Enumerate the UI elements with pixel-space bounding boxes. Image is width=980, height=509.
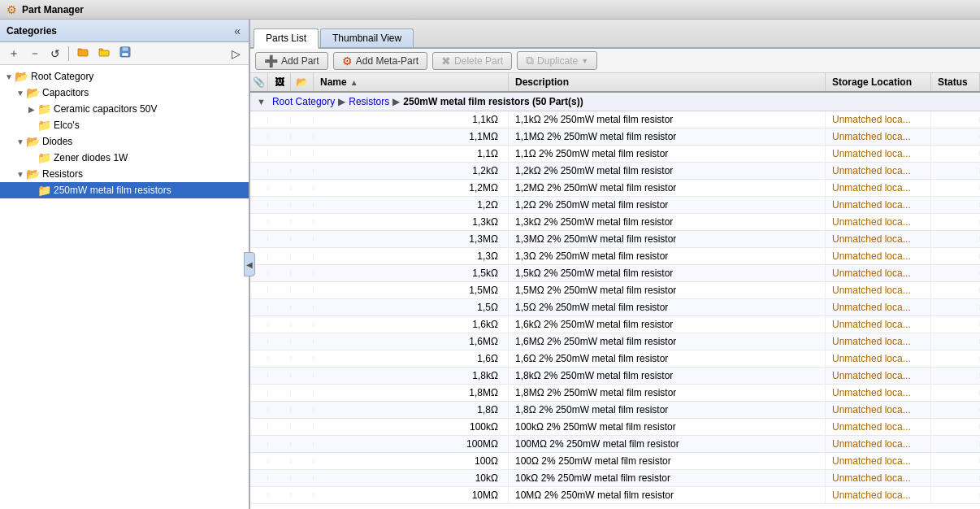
table-row[interactable]: 1,3MΩ 1,3MΩ 2% 250mW metal film resistor… bbox=[250, 231, 980, 248]
folder-icon-root: 📂 bbox=[15, 70, 28, 83]
table-row[interactable]: 1,6Ω 1,6Ω 2% 250mW metal film resistor U… bbox=[250, 350, 980, 368]
table-row[interactable]: 100MΩ 100MΩ 2% 250mW metal film resistor… bbox=[250, 436, 980, 453]
th-category[interactable]: 📂 bbox=[291, 73, 314, 91]
table-row[interactable]: 10MΩ 10MΩ 2% 250mW metal film resistor U… bbox=[250, 487, 980, 504]
table-row[interactable]: 1,6kΩ 1,6kΩ 2% 250mW metal film resistor… bbox=[250, 316, 980, 333]
table-row[interactable]: 1,2kΩ 1,2kΩ 2% 250mW metal film resistor… bbox=[250, 163, 980, 180]
th-image[interactable]: 🖼 bbox=[268, 73, 291, 91]
add-meta-part-icon: ⚙ bbox=[342, 54, 353, 67]
td-name-17: 1,8Ω bbox=[314, 402, 509, 418]
table-row[interactable]: 1,8kΩ 1,8kΩ 2% 250mW metal film resistor… bbox=[250, 368, 980, 385]
tree-toggle-capacitors[interactable]: ▼ bbox=[15, 89, 26, 98]
td-desc-21: 10kΩ 2% 250mW metal film resistor bbox=[509, 470, 826, 486]
td-image-7 bbox=[268, 237, 291, 241]
tree-item-resistors[interactable]: ▼ 📂 Resistors bbox=[0, 166, 249, 182]
tree-label-250mw: 250mW metal film resistors bbox=[54, 185, 171, 196]
tree-item-capacitors[interactable]: ▼ 📂 Capacitors bbox=[0, 85, 249, 101]
td-image-6 bbox=[268, 220, 291, 224]
td-image-2 bbox=[268, 151, 291, 156]
td-desc-13: 1,6MΩ 2% 250mW metal film resistor bbox=[509, 333, 826, 350]
table-row[interactable]: 1,3Ω 1,3Ω 2% 250mW metal film resistor U… bbox=[250, 248, 980, 265]
th-status[interactable]: Status bbox=[931, 73, 980, 91]
td-name-11: 1,5Ω bbox=[314, 299, 509, 315]
tab-thumbnail-view[interactable]: Thumbnail View bbox=[320, 28, 414, 47]
th-name[interactable]: Name ▲ bbox=[314, 73, 509, 91]
add-part-button[interactable]: ➕ Add Part bbox=[255, 52, 328, 70]
td-name-22: 10MΩ bbox=[314, 487, 509, 503]
duplicate-dropdown-arrow: ▼ bbox=[581, 57, 588, 65]
breadcrumb-sep2: ▶ bbox=[392, 96, 400, 107]
td-category-21 bbox=[291, 476, 314, 481]
delete-part-button[interactable]: ✖ Delete Part bbox=[432, 52, 512, 70]
tree-item-elcos[interactable]: 📁 Elco's bbox=[0, 117, 249, 133]
table-row[interactable]: 1,2Ω 1,2Ω 2% 250mW metal film resistor U… bbox=[250, 197, 980, 214]
td-attachment-18 bbox=[250, 424, 268, 429]
tree-label-root: Root Category bbox=[31, 71, 93, 82]
remove-category-button[interactable]: － bbox=[26, 45, 44, 63]
table-row[interactable]: 1,8Ω 1,8Ω 2% 250mW metal film resistor U… bbox=[250, 402, 980, 419]
add-part-label: Add Part bbox=[281, 55, 319, 67]
td-status-9 bbox=[931, 271, 980, 276]
table-row[interactable]: 100Ω 100Ω 2% 250mW metal film resistor U… bbox=[250, 453, 980, 470]
name-sort-arrow: ▲ bbox=[350, 78, 358, 87]
table-row[interactable]: 1,5kΩ 1,5kΩ 2% 250mW metal film resistor… bbox=[250, 265, 980, 282]
add-category-button[interactable]: ＋ bbox=[5, 45, 23, 63]
th-storage-location[interactable]: Storage Location bbox=[826, 73, 931, 91]
sidebar: Categories « ＋ － ↺ bbox=[0, 20, 250, 509]
add-meta-part-button[interactable]: ⚙ Add Meta-Part bbox=[333, 52, 427, 70]
td-category-12 bbox=[291, 322, 314, 327]
tree-item-zener[interactable]: 📁 Zener diodes 1W bbox=[0, 150, 249, 166]
td-desc-1: 1,1MΩ 2% 250mW metal film resistor bbox=[509, 128, 826, 145]
breadcrumb-sep1: ▶ bbox=[338, 96, 345, 107]
breadcrumb-category[interactable]: Resistors bbox=[349, 96, 389, 107]
tree-item-root[interactable]: ▼ 📂 Root Category bbox=[0, 68, 249, 85]
td-category-22 bbox=[291, 493, 314, 498]
sidebar-resize-handle[interactable]: ◀ bbox=[244, 252, 255, 276]
table-row[interactable]: 1,3kΩ 1,3kΩ 2% 250mW metal film resistor… bbox=[250, 214, 980, 231]
td-image-4 bbox=[268, 185, 291, 190]
new-folder-button[interactable] bbox=[74, 45, 92, 62]
tab-parts-list[interactable]: Parts List bbox=[254, 28, 319, 49]
refresh-button[interactable]: ↺ bbox=[47, 46, 63, 62]
tree-item-diodes[interactable]: ▼ 📂 Diodes bbox=[0, 133, 249, 150]
table-row[interactable]: 1,2MΩ 1,2MΩ 2% 250mW metal film resistor… bbox=[250, 180, 980, 197]
td-name-3: 1,2kΩ bbox=[314, 163, 509, 179]
table-header: 📎 🖼 📂 Name ▲ Description Storage Locatio… bbox=[250, 73, 980, 93]
tree-toggle-diodes[interactable]: ▼ bbox=[15, 137, 26, 146]
table-row[interactable]: 1,1Ω 1,1Ω 2% 250mW metal film resistor U… bbox=[250, 146, 980, 163]
td-status-13 bbox=[931, 339, 980, 344]
th-description[interactable]: Description bbox=[509, 73, 826, 91]
td-category-4 bbox=[291, 185, 314, 190]
tree-toggle-ceramic[interactable]: ▶ bbox=[26, 105, 37, 114]
folder-icon-250mw: 📁 bbox=[37, 184, 51, 197]
duplicate-button[interactable]: ⧉ Duplicate ▼ bbox=[517, 51, 597, 70]
tree-item-ceramic[interactable]: ▶ 📁 Ceramic capacitors 50V bbox=[0, 101, 249, 117]
table-row[interactable]: 10kΩ 10kΩ 2% 250mW metal film resistor U… bbox=[250, 470, 980, 487]
tree-toggle-root[interactable]: ▼ bbox=[3, 72, 15, 81]
td-storage-20: Unmatched loca... bbox=[826, 453, 931, 469]
table-row[interactable]: 1,6MΩ 1,6MΩ 2% 250mW metal film resistor… bbox=[250, 333, 980, 350]
storage-location-column-label: Storage Location bbox=[832, 76, 912, 88]
td-name-2: 1,1Ω bbox=[314, 146, 509, 162]
breadcrumb-toggle[interactable]: ▼ bbox=[257, 97, 266, 107]
open-folder-button[interactable] bbox=[95, 45, 113, 62]
table-row[interactable]: 100kΩ 100kΩ 2% 250mW metal film resistor… bbox=[250, 419, 980, 436]
table-row[interactable]: 1,5Ω 1,5Ω 2% 250mW metal film resistor U… bbox=[250, 299, 980, 316]
table-row[interactable]: 1,5MΩ 1,5MΩ 2% 250mW metal film resistor… bbox=[250, 282, 980, 299]
td-attachment-0 bbox=[250, 117, 268, 122]
sidebar-collapse-button[interactable]: « bbox=[232, 24, 242, 37]
breadcrumb-root[interactable]: Root Category bbox=[272, 96, 335, 107]
table-row[interactable]: 1,1MΩ 1,1MΩ 2% 250mW metal film resistor… bbox=[250, 128, 980, 146]
breadcrumb-current: 250mW metal film resistors (50 Part(s)) bbox=[403, 96, 583, 107]
expand-button[interactable]: ▷ bbox=[228, 46, 244, 62]
svg-rect-3 bbox=[122, 47, 128, 51]
td-status-18 bbox=[931, 424, 980, 429]
right-panel: Parts List Thumbnail View ➕ Add Part ⚙ A… bbox=[250, 20, 980, 509]
tree-toggle-resistors[interactable]: ▼ bbox=[15, 170, 26, 179]
table-row[interactable]: 1,8MΩ 1,8MΩ 2% 250mW metal film resistor… bbox=[250, 385, 980, 402]
status-column-label: Status bbox=[938, 76, 968, 88]
tree-item-250mw[interactable]: 📁 250mW metal film resistors bbox=[0, 182, 249, 198]
th-attachment[interactable]: 📎 bbox=[250, 73, 268, 91]
table-row[interactable]: 1,1kΩ 1,1kΩ 2% 250mW metal film resistor… bbox=[250, 111, 980, 128]
save-button[interactable] bbox=[116, 45, 134, 62]
